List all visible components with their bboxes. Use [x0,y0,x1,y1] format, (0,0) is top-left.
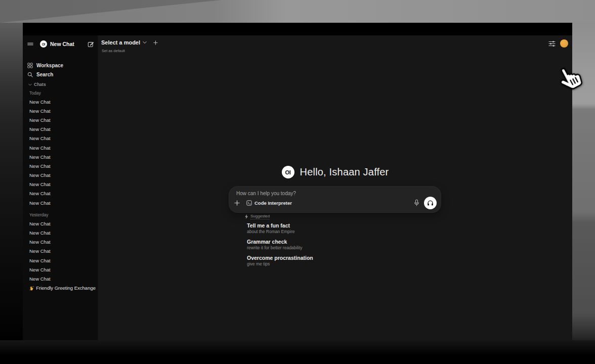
chat-list-item[interactable]: New Chat [27,161,96,170]
backdrop-left [0,23,23,349]
sidebar-item-search[interactable]: Search [27,70,95,79]
suggested-prompts: Tell me a fun factabout the Roman Empire… [247,222,429,271]
search-label: Search [36,72,53,77]
chat-list-item[interactable]: New Chat [27,143,96,152]
workspace-grid-icon [27,63,33,68]
suggested-prompt[interactable]: Grammar checkrewrite it for better reada… [247,239,429,251]
suggested-prompt[interactable]: Overcome procrastinationgive me tips [247,255,429,267]
code-interpreter-label: Code Interpreter [254,200,292,206]
chat-section-label: Today [27,88,96,97]
message-input[interactable]: How can I help you today? [236,191,434,196]
header-right [548,39,568,48]
chat-section-label: Yesterday [27,210,96,219]
add-model-icon[interactable] [153,40,158,45]
sidebar-header: OI New Chat [27,39,94,49]
backdrop-bottom [0,340,595,364]
lightning-bolt-icon [245,214,248,219]
chat-list-item[interactable]: New Chat [27,198,96,207]
chat-list-item[interactable]: New Chat [27,247,96,256]
prompt-subtitle: rewrite it for better readability [247,245,429,251]
code-interpreter-toggle[interactable]: Code Interpreter [246,200,292,206]
chats-section-toggle[interactable]: Chats [28,82,46,87]
app-window: OI New Chat Workspace Search Chats [23,23,572,340]
user-avatar[interactable] [560,39,568,48]
workspace-label: Workspace [36,63,63,68]
chats-header-label: Chats [34,82,46,87]
chat-list-item[interactable]: New Chat [27,180,96,189]
chat-list-item-special[interactable]: Friendly Greeting Exchange [27,284,96,293]
chat-list-item[interactable]: New Chat [27,274,96,283]
microphone-icon[interactable] [414,199,419,206]
chat-list-item[interactable]: New Chat [27,228,96,237]
screen: OI New Chat Workspace Search Chats [0,0,595,364]
chat-list: TodayNew ChatNew ChatNew ChatNew ChatNew… [27,88,96,340]
message-composer: How can I help you today? Code Interpret… [229,186,441,213]
sidebar-item-workspace[interactable]: Workspace [27,61,95,70]
backdrop-wedge [0,0,595,23]
model-selector[interactable]: Select a model [101,39,158,46]
chat-list-item[interactable]: New Chat [27,238,96,247]
chat-list-item[interactable]: New Chat [27,115,96,124]
new-chat-icon[interactable] [88,41,94,48]
prompt-subtitle: give me tips [247,261,429,267]
chat-list-item[interactable]: New Chat [27,152,96,161]
suggested-prompt[interactable]: Tell me a fun factabout the Roman Empire [247,222,429,235]
search-icon [27,72,33,77]
sidebar: OI New Chat Workspace Search Chats [23,35,98,340]
sidebar-nav: Workspace Search [27,61,95,79]
headphones-icon [427,200,434,206]
sidebar-toggle-icon[interactable] [27,41,33,47]
chat-item-label: Friendly Greeting Exchange [36,285,96,291]
composer-toolbar: Code Interpreter [234,196,437,209]
chat-list-item[interactable]: New Chat [27,125,96,134]
backdrop-right [572,23,595,349]
main-area: Select a model Set as default OI Hello, … [98,35,572,340]
terminal-icon [246,200,252,206]
chevron-down-icon [28,83,32,86]
app-logo-large: OI [282,166,294,178]
chevron-down-icon [143,41,147,44]
greeting-text: Hello, Ishaan Jaffer [300,166,389,178]
prompt-title: Overcome procrastination [247,255,429,261]
waving-hand-emoji [29,286,34,291]
chat-list-item[interactable]: New Chat [27,219,96,228]
chat-list-item[interactable]: New Chat [27,134,96,143]
suggested-label: Suggested [250,214,270,219]
window-top-black-bar [23,23,572,35]
chat-list-item[interactable]: New Chat [27,265,96,274]
prompt-title: Grammar check [247,239,429,245]
chat-list-item[interactable]: New Chat [27,97,96,106]
set-as-default-link[interactable]: Set as default [102,49,125,53]
model-selector-label: Select a model [101,39,140,46]
prompt-title: Tell me a fun fact [247,222,429,229]
backdrop-top [0,0,595,23]
app-logo: OI [40,40,47,48]
chat-list-item[interactable]: New Chat [27,256,96,265]
suggested-header: Suggested [245,214,270,219]
chat-sections: TodayNew ChatNew ChatNew ChatNew ChatNew… [27,88,96,284]
attach-plus-icon[interactable] [234,200,240,206]
prompt-subtitle: about the Roman Empire [247,229,429,235]
chat-list-item[interactable]: New Chat [27,189,96,198]
controls-sliders-icon[interactable] [548,40,556,47]
sidebar-title: New Chat [50,41,88,47]
chat-list-item[interactable]: New Chat [27,171,96,180]
voice-call-button[interactable] [424,197,437,209]
greeting: OI Hello, Ishaan Jaffer [98,166,572,178]
chat-list-item[interactable]: New Chat [27,106,96,115]
